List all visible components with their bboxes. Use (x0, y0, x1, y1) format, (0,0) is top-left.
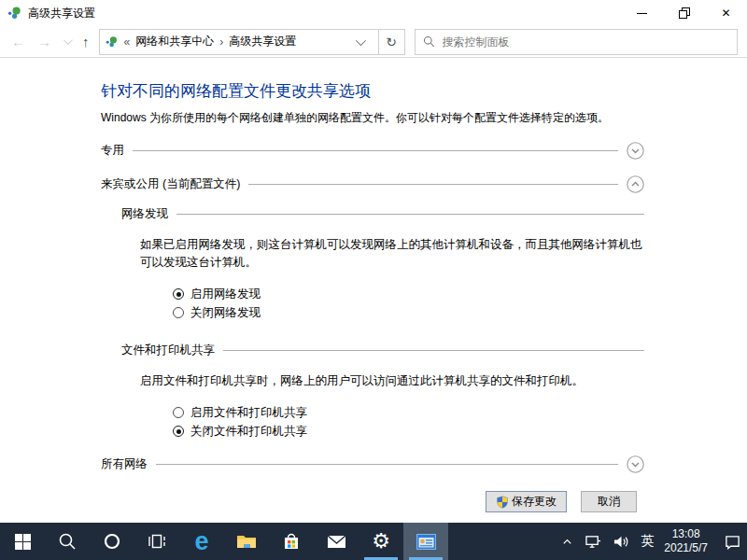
chevron-up-icon[interactable] (627, 175, 644, 193)
breadcrumb-item-advanced-sharing[interactable]: 高级共享设置 (229, 34, 296, 49)
save-button-label: 保存更改 (512, 494, 557, 510)
file-printer-sharing-title: 文件和打印机共享 (121, 343, 215, 358)
divider (248, 184, 618, 185)
back-icon[interactable]: ← (11, 35, 25, 49)
store-icon (282, 532, 301, 551)
save-changes-button[interactable]: 保存更改 (486, 491, 567, 512)
volume-icon[interactable] (613, 534, 630, 550)
radio-label[interactable]: 启用文件和打印机共享 (190, 405, 307, 421)
network-status-icon[interactable] (585, 534, 602, 550)
breadcrumb: « 网络和共享中心 › 高级共享设置 (100, 34, 378, 49)
title-bar: 高级共享设置 ✕ (0, 0, 747, 26)
navigation-toolbar: ← → ↑ « 网络和共享中心 › 高级共享设置 ↻ (0, 26, 747, 58)
uac-shield-icon (496, 496, 509, 509)
page-intro: Windows 为你所使用的每个网络创建单独的网络配置文件。你可以针对每个配置文… (101, 110, 644, 126)
radio-icon[interactable] (173, 307, 184, 318)
taskbar: e ⚙ (0, 523, 747, 560)
radio-label[interactable]: 启用网络发现 (190, 287, 261, 302)
start-button[interactable] (0, 523, 45, 560)
system-tray: 英 13:08 2021/5/7 (560, 523, 741, 560)
mail-icon (327, 534, 346, 550)
settings-app-button[interactable]: ⚙ (359, 523, 403, 560)
profile-guest-label: 来宾或公用 (当前配置文件) (101, 176, 240, 192)
task-view-button[interactable] (134, 523, 179, 560)
cortana-button[interactable] (90, 523, 134, 560)
search-icon (58, 532, 77, 551)
file-explorer-icon (236, 533, 257, 550)
control-panel-app-button[interactable] (403, 523, 448, 560)
store-button[interactable] (269, 523, 314, 560)
settings-content: 针对不同的网络配置文件更改共享选项 Windows 为你所使用的每个网络创建单独… (0, 58, 747, 522)
network-discovery-title: 网络发现 (121, 206, 168, 222)
radio-enable-network-discovery[interactable]: 启用网络发现 (173, 285, 644, 303)
radio-icon[interactable] (173, 288, 184, 300)
edge-button[interactable]: e (179, 523, 224, 560)
clock-date: 2021/5/7 (664, 541, 708, 555)
profile-section-private: 专用 (101, 142, 644, 160)
network-sharing-icon (106, 35, 119, 49)
radio-disable-file-printer-sharing[interactable]: 关闭文件和打印机共享 (173, 422, 644, 441)
divider (156, 464, 618, 465)
divider (223, 350, 644, 351)
minimize-icon (637, 13, 647, 14)
close-button[interactable]: ✕ (705, 0, 747, 26)
edge-icon: e (194, 529, 208, 554)
restore-button[interactable] (663, 0, 705, 26)
windows-logo-icon (15, 534, 31, 550)
advanced-sharing-settings-window: 高级共享设置 ✕ ← → ↑ (0, 0, 747, 523)
page-title: 针对不同的网络配置文件更改共享选项 (101, 58, 644, 102)
history-dropdown-icon[interactable] (63, 35, 73, 45)
search-box[interactable] (415, 29, 739, 55)
breadcrumb-item-network-center[interactable]: 网络和共享中心 (135, 34, 214, 49)
breadcrumb-separator-icon[interactable]: › (219, 35, 223, 49)
divider (176, 214, 644, 215)
address-dropdown-icon[interactable] (355, 35, 365, 45)
chevron-down-icon[interactable] (627, 142, 644, 160)
forward-icon[interactable]: → (37, 35, 51, 49)
clock-time: 13:08 (664, 527, 708, 541)
search-icon (423, 35, 435, 48)
window-title: 高级共享设置 (28, 6, 95, 21)
profile-all-networks-label: 所有网络 (101, 456, 148, 472)
profile-section-all-networks: 所有网络 (101, 455, 644, 473)
search-input[interactable] (443, 35, 730, 49)
cancel-button[interactable]: 取消 (581, 491, 637, 512)
radio-enable-file-printer-sharing[interactable]: 启用文件和打印机共享 (173, 403, 644, 422)
chevron-down-icon[interactable] (627, 455, 644, 473)
radio-icon[interactable] (173, 426, 184, 437)
cancel-button-label: 取消 (598, 494, 620, 510)
file-explorer-button[interactable] (224, 523, 269, 560)
task-view-icon (148, 532, 166, 551)
radio-label[interactable]: 关闭文件和打印机共享 (190, 424, 307, 440)
file-printer-sharing-description: 启用文件和打印机共享时，网络上的用户可以访问通过此计算机共享的文件和打印机。 (140, 372, 649, 390)
cortana-icon (103, 532, 121, 551)
radio-disable-network-discovery[interactable]: 关闭网络发现 (173, 303, 644, 322)
up-icon[interactable]: ↑ (82, 35, 90, 49)
radio-icon[interactable] (173, 407, 184, 418)
gear-icon: ⚙ (372, 531, 390, 552)
taskbar-search-button[interactable] (45, 523, 90, 560)
clock[interactable]: 13:08 2021/5/7 (664, 527, 708, 555)
divider (133, 150, 618, 151)
profile-section-guest-public: 来宾或公用 (当前配置文件) (101, 175, 644, 193)
network-discovery-block: 网络发现 如果已启用网络发现，则这台计算机可以发现网络上的其他计算机和设备，而且… (121, 206, 644, 441)
mail-button[interactable] (314, 523, 359, 560)
restore-icon (679, 7, 690, 19)
control-panel-window-icon (416, 534, 436, 550)
profile-private-label: 专用 (101, 143, 124, 159)
network-sharing-icon (7, 6, 22, 21)
ime-indicator[interactable]: 英 (641, 533, 654, 550)
action-center-icon[interactable] (724, 534, 741, 550)
radio-label[interactable]: 关闭网络发现 (190, 305, 261, 321)
tray-chevron-up-icon[interactable] (560, 535, 574, 549)
refresh-button[interactable]: ↻ (378, 30, 404, 54)
breadcrumb-prefix[interactable]: « (124, 35, 131, 49)
minimize-button[interactable] (621, 0, 663, 26)
network-discovery-description: 如果已启用网络发现，则这台计算机可以发现网络上的其他计算机和设备，而且其他网络计… (140, 236, 649, 272)
address-bar[interactable]: « 网络和共享中心 › 高级共享设置 ↻ (99, 29, 405, 55)
